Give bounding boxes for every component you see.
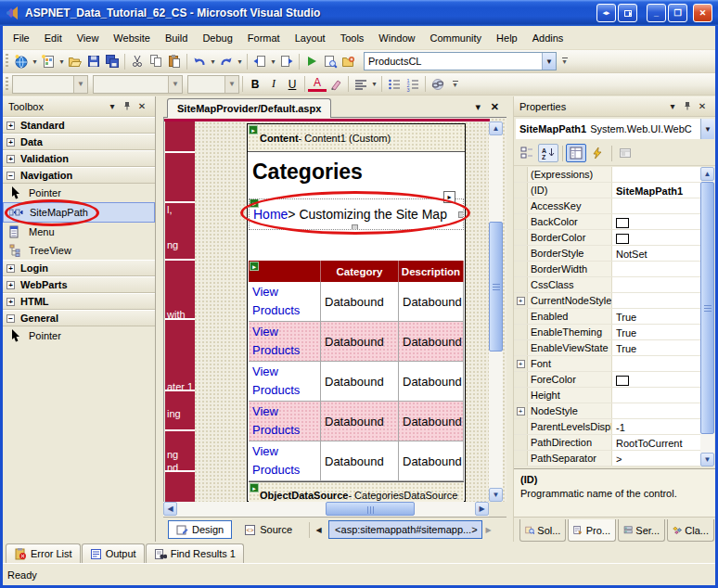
- view-products-link[interactable]: View Products: [252, 323, 316, 360]
- toolbox-section-standard[interactable]: +Standard: [3, 117, 155, 134]
- scroll-up-icon[interactable]: ▲: [489, 121, 503, 135]
- scroll-thumb[interactable]: [700, 182, 714, 434]
- menu-view[interactable]: View: [70, 30, 107, 46]
- tab-list-dropdown-icon[interactable]: ▾: [475, 101, 481, 113]
- property-row[interactable]: BorderStyleNotSet: [514, 246, 700, 262]
- content-placeholder[interactable]: ▸ Content - Content1 (Custom) Categories…: [247, 123, 466, 502]
- toolbox-section-data[interactable]: +Data: [3, 134, 155, 150]
- toolbar-grip[interactable]: [6, 77, 8, 92]
- menu-debug[interactable]: Debug: [195, 30, 239, 46]
- tab-properties[interactable]: Pro...: [568, 519, 616, 542]
- close-document-icon[interactable]: ✕: [491, 101, 499, 113]
- document-outline-combo[interactable]: ProductsCL ▼: [364, 52, 557, 70]
- scroll-right-icon[interactable]: ▶: [475, 502, 489, 516]
- color-swatch[interactable]: [616, 218, 629, 228]
- document-tab[interactable]: SiteMapProvider/Default.aspx: [167, 98, 331, 118]
- menu-help[interactable]: Help: [489, 30, 525, 46]
- view-products-link[interactable]: View Products: [252, 363, 316, 400]
- property-row[interactable]: EnableViewStateTrue: [514, 340, 700, 356]
- toolbox-header[interactable]: Toolbox ▾ ✕: [3, 96, 155, 117]
- combo-dropdown-icon[interactable]: ▼: [700, 119, 714, 139]
- fontsize-combo[interactable]: ▼: [187, 75, 239, 94]
- new-website-icon[interactable]: [12, 52, 31, 71]
- property-row[interactable]: BackColor: [514, 214, 700, 230]
- source-view-button[interactable]: <> Source: [237, 520, 300, 539]
- property-row[interactable]: BorderWidth: [514, 262, 700, 277]
- cut-icon[interactable]: [128, 52, 147, 71]
- categorized-icon[interactable]: [517, 144, 537, 162]
- toolbox-item-menu[interactable]: Menu: [3, 223, 155, 241]
- properties-view-icon[interactable]: [566, 144, 586, 162]
- properties-header[interactable]: Properties ▾ ✕: [514, 96, 715, 117]
- scroll-down-icon[interactable]: ▼: [489, 488, 503, 502]
- property-row[interactable]: Height: [514, 388, 700, 403]
- property-row[interactable]: AccessKey: [514, 198, 700, 214]
- menu-file[interactable]: File: [6, 30, 37, 46]
- maximize-button[interactable]: ❒: [668, 4, 687, 22]
- menu-build[interactable]: Build: [158, 30, 195, 46]
- toolbar-overflow-icon[interactable]: ▾: [558, 52, 571, 70]
- tab-server-explorer[interactable]: Ser...: [618, 519, 665, 542]
- aspnet-config-icon[interactable]: [340, 52, 358, 71]
- open-file-icon[interactable]: [66, 52, 84, 71]
- toolbox-section-general[interactable]: −General: [3, 310, 155, 326]
- toolbox-section-login[interactable]: +Login: [3, 260, 155, 276]
- menu-layout[interactable]: Layout: [288, 30, 333, 46]
- menu-window[interactable]: Window: [371, 30, 422, 46]
- view-in-browser-icon[interactable]: [321, 52, 340, 71]
- property-row[interactable]: +CurrentNodeStyle: [514, 293, 700, 309]
- expand-icon[interactable]: +: [517, 297, 525, 305]
- add-new-item-icon[interactable]: [39, 52, 58, 71]
- window-position-icon[interactable]: ▾: [105, 101, 120, 111]
- scroll-left-icon[interactable]: ◀: [163, 502, 177, 516]
- align-icon[interactable]: [352, 74, 370, 94]
- alphabetical-sort-icon[interactable]: AZ: [538, 144, 558, 162]
- close-icon[interactable]: ✕: [695, 101, 710, 111]
- navigate-back-dropdown[interactable]: ▾: [269, 58, 277, 66]
- object-selector-combo[interactable]: SiteMapPath1 System.Web.UI.WebC ▼: [516, 119, 714, 139]
- scroll-thumb[interactable]: [326, 502, 415, 516]
- property-row[interactable]: PathDirectionRootToCurrent: [514, 435, 700, 451]
- menu-website[interactable]: Website: [106, 30, 158, 46]
- objectdatasource-control[interactable]: ▸ ObjectDataSource - CategoriesDataSourc…: [249, 481, 464, 502]
- copy-icon[interactable]: [147, 52, 165, 71]
- font-combo[interactable]: ▼: [93, 75, 183, 94]
- design-surface[interactable]: l, ng with ater 1 ing ng nd ▸ Content - …: [163, 118, 506, 502]
- tab-error-list[interactable]: Error List: [6, 543, 81, 563]
- undo-dropdown[interactable]: ▾: [209, 58, 217, 66]
- toolbar-overflow-icon[interactable]: ▾: [449, 75, 461, 94]
- menu-community[interactable]: Community: [422, 30, 489, 46]
- navigate-forward-icon[interactable]: [277, 52, 296, 71]
- expand-icon[interactable]: +: [6, 155, 15, 163]
- close-button[interactable]: ✕: [693, 4, 712, 22]
- collapse-icon[interactable]: −: [6, 314, 15, 323]
- scroll-down-icon[interactable]: ▼: [700, 453, 714, 467]
- redo-icon[interactable]: [217, 52, 236, 71]
- save-all-icon[interactable]: [103, 52, 122, 71]
- property-row[interactable]: ForeColor: [514, 372, 700, 388]
- numbered-list-icon[interactable]: 123: [404, 74, 422, 94]
- property-row[interactable]: +Font: [514, 356, 700, 372]
- scroll-thumb[interactable]: [489, 222, 503, 352]
- tag-nav-right-icon[interactable]: ▶: [482, 521, 494, 538]
- dock-arrows-button[interactable]: ◂▸: [596, 4, 616, 22]
- toolbox-section-validation[interactable]: +Validation: [3, 150, 155, 167]
- vertical-scrollbar[interactable]: ▲ ▼: [489, 121, 503, 502]
- color-swatch[interactable]: [616, 376, 629, 386]
- property-pages-icon[interactable]: [615, 144, 635, 162]
- expand-icon[interactable]: +: [6, 121, 15, 130]
- view-products-link[interactable]: View Products: [252, 403, 316, 440]
- paste-icon[interactable]: [165, 52, 184, 71]
- expand-icon[interactable]: +: [6, 264, 15, 273]
- highlight-icon[interactable]: [327, 74, 345, 94]
- navigate-back-icon[interactable]: [250, 52, 269, 71]
- events-icon[interactable]: [587, 144, 608, 162]
- tag-nav-left-icon[interactable]: ◀: [313, 521, 325, 538]
- tab-class-view[interactable]: Cla...: [667, 519, 714, 542]
- tab-find-results[interactable]: Find Results 1: [146, 543, 244, 563]
- color-swatch[interactable]: [616, 234, 629, 244]
- font-color-icon[interactable]: A: [308, 77, 327, 92]
- menu-tools[interactable]: Tools: [333, 30, 372, 46]
- add-new-item-dropdown[interactable]: ▾: [58, 58, 66, 66]
- scroll-up-icon[interactable]: ▲: [700, 167, 714, 181]
